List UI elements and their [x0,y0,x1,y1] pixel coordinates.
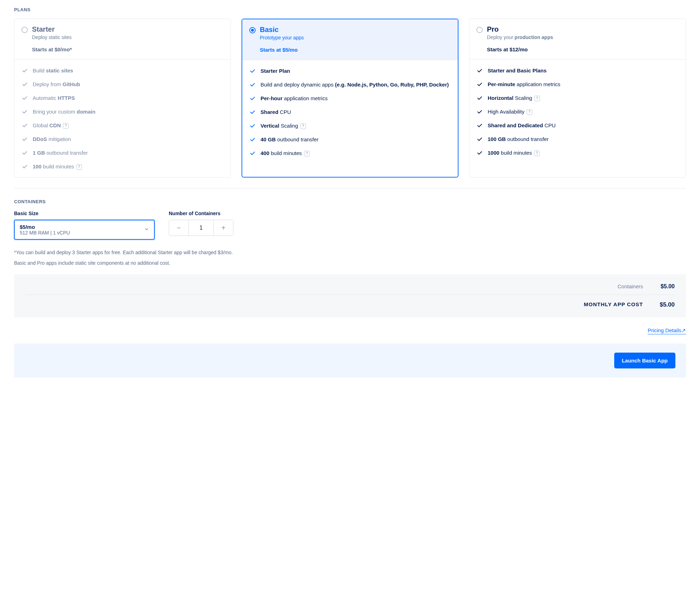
check-icon [476,95,483,101]
feature-text: High Availability? [488,108,532,115]
help-icon[interactable]: ? [304,151,310,156]
check-icon [21,150,28,156]
containers-row: Basic Size $5/mo 512 MB RAM | 1 vCPU Num… [14,211,686,240]
help-icon[interactable]: ? [534,150,540,156]
chevron-down-icon [144,227,149,233]
feature-item: Starter and Basic Plans [476,67,679,74]
feature-item: Starter Plan [249,67,451,75]
cost-containers-value: $5.00 [654,283,675,290]
feature-list-basic: Starter PlanBuild and deploy dynamic app… [249,67,451,157]
feature-item: Horizontal Scaling? [476,94,679,102]
feature-list-pro: Starter and Basic PlansPer-minute applic… [476,67,679,156]
external-link-icon: ↗ [681,327,686,333]
feature-text: 400 build minutes? [261,149,310,157]
pricing-details-link[interactable]: Pricing Details↗ [648,327,686,334]
plan-card-pro[interactable]: Pro Deploy your production apps Starts a… [469,19,686,178]
help-icon[interactable]: ? [300,123,306,129]
feature-item: Shared and Dedicated CPU [476,122,679,129]
check-icon [476,109,483,115]
feature-item: 40 GB outbound transfer [249,136,451,143]
feature-item: Vertical Scaling? [249,122,451,129]
cost-total-value: $5.00 [654,301,675,308]
feature-text: Shared and Dedicated CPU [488,122,555,129]
radio-icon[interactable] [21,27,28,33]
feature-item: Deploy from GitHub [21,81,224,88]
help-icon[interactable]: ? [527,109,532,115]
feature-item: Per-hour application metrics [249,95,451,102]
cost-summary: Containers $5.00 MONTHLY APP COST $5.00 [14,274,686,317]
feature-text: Global CDN? [33,122,69,129]
radio-icon[interactable] [249,27,256,33]
feature-text: Automatic HTTPS [33,94,75,102]
feature-item: 1000 build minutes? [476,149,679,156]
plan-price: Starts at $0/mo* [32,46,72,52]
help-icon[interactable]: ? [63,123,69,129]
check-icon [476,67,483,74]
check-icon [249,68,256,74]
check-icon [249,150,256,156]
feature-text: Vertical Scaling? [261,122,306,129]
feature-item: Build and deploy dynamic apps (e.g. Node… [249,81,451,88]
feature-item: 100 build minutes? [21,163,224,170]
feature-item: Shared CPU [249,108,451,116]
feature-item: Automatic HTTPS [21,94,224,102]
feature-item: Global CDN? [21,122,224,129]
check-icon [476,136,483,142]
plans-section-label: PLANS [14,7,686,12]
plan-subtitle: Deploy your production apps [487,34,553,40]
feature-text: 100 GB outbound transfer [488,135,548,143]
feature-text: 40 GB outbound transfer [261,136,319,143]
plan-card-starter[interactable]: Starter Deploy static sites Starts at $0… [14,19,231,178]
size-value-price: $5/mo [20,224,70,230]
plan-header-starter[interactable]: Starter Deploy static sites Starts at $0… [14,19,231,60]
size-select[interactable]: $5/mo 512 MB RAM | 1 vCPU [14,220,155,240]
fine-print-line2: Basic and Pro apps include static site c… [14,260,686,266]
feature-item: DDoS mitigation [21,135,224,143]
feature-item: 100 GB outbound transfer [476,135,679,143]
plan-name: Starter [32,25,72,33]
check-icon [21,67,28,74]
feature-text: Per-minute application metrics [488,81,560,88]
check-icon [249,109,256,115]
check-icon [476,150,483,156]
feature-text: Deploy from GitHub [33,81,80,88]
check-icon [249,82,256,88]
radio-icon[interactable] [476,27,483,33]
feature-text: Build static sites [33,67,73,74]
check-icon [249,95,256,102]
increment-button[interactable]: + [213,220,233,236]
plan-card-basic[interactable]: Basic Prototype your apps Starts at $5/m… [242,19,458,178]
check-icon [21,95,28,101]
decrement-button[interactable]: − [169,220,189,236]
plan-header-basic[interactable]: Basic Prototype your apps Starts at $5/m… [242,19,458,60]
feature-item: 1 GB outbound transfer [21,149,224,156]
container-count-stepper: − 1 + [169,220,233,236]
feature-item: Build static sites [21,67,224,74]
cost-divider [25,295,675,295]
containers-section-label: CONTAINERS [14,199,686,204]
feature-item: Per-minute application metrics [476,81,679,88]
feature-item: Bring your custom domain [21,108,224,115]
check-icon [249,123,256,129]
feature-text: Per-hour application metrics [261,95,328,102]
plan-subtitle: Prototype your apps [260,35,304,40]
divider [14,188,686,188]
cost-containers-label: Containers [617,283,643,290]
plan-name: Basic [260,26,304,34]
feature-text: Bring your custom domain [33,108,95,115]
check-icon [476,81,483,88]
launch-button[interactable]: Launch Basic App [614,353,675,368]
check-icon [21,81,28,88]
help-icon[interactable]: ? [534,96,540,101]
plan-header-pro[interactable]: Pro Deploy your production apps Starts a… [469,19,686,60]
plan-name: Pro [487,25,553,33]
check-icon [21,109,28,115]
feature-item: 400 build minutes? [249,149,451,157]
help-icon[interactable]: ? [76,164,82,170]
check-icon [21,163,28,170]
plan-price: Starts at $12/mo [487,46,553,52]
feature-text: 100 build minutes? [33,163,82,170]
feature-text: 1000 build minutes? [488,149,540,156]
feature-text: Shared CPU [261,108,291,116]
check-icon [249,136,256,143]
